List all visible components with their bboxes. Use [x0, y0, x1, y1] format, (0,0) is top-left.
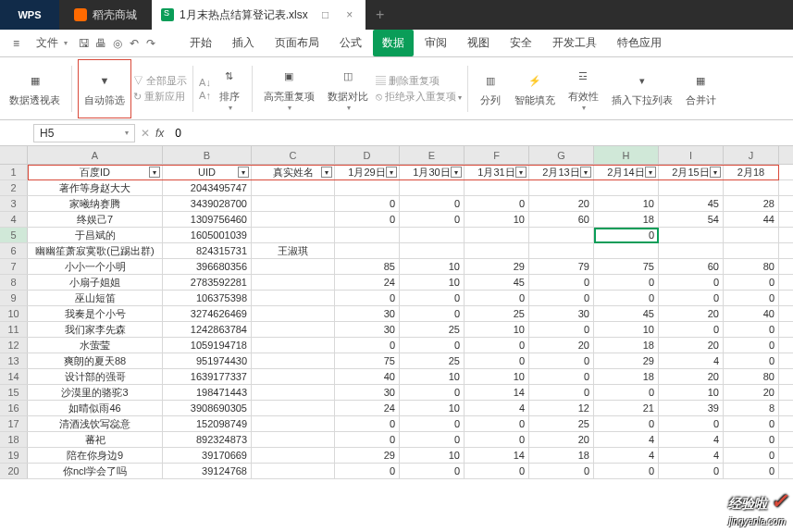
cell[interactable]: 21 [594, 401, 659, 415]
cell[interactable] [252, 196, 335, 211]
sort-asc-icon[interactable]: A↓ [199, 77, 211, 88]
cell[interactable] [724, 228, 779, 242]
ribbon-validation[interactable]: ☲ 有效性▾ [563, 59, 604, 118]
cell[interactable] [252, 369, 335, 384]
cell[interactable] [400, 243, 465, 258]
cell[interactable]: 0 [529, 275, 594, 290]
cell[interactable]: 0 [529, 464, 594, 478]
cell[interactable]: 8 [724, 401, 779, 415]
cell[interactable] [252, 180, 335, 195]
cell[interactable]: 0 [724, 464, 779, 478]
select-all-corner[interactable] [0, 146, 28, 164]
cell[interactable]: 75 [594, 259, 659, 274]
file-menu[interactable]: 文件▾ [29, 31, 75, 55]
cell[interactable]: 0 [594, 275, 659, 290]
col-header-J[interactable]: J [724, 146, 779, 164]
cell[interactable]: 0 [465, 338, 529, 353]
cell[interactable] [594, 243, 659, 258]
cell[interactable]: 54 [659, 212, 724, 227]
tab-security[interactable]: 安全 [501, 30, 541, 56]
row-header[interactable]: 11 [0, 322, 28, 337]
cell[interactable]: 14 [465, 385, 529, 400]
col-header-I[interactable]: I [659, 146, 724, 164]
cell[interactable] [659, 180, 724, 195]
row-header[interactable]: 9 [0, 291, 28, 305]
cell[interactable]: 终娱己7 [28, 212, 163, 227]
sort-desc-icon[interactable]: A↑ [199, 90, 211, 101]
ribbon-reject-dup[interactable]: ⦸ 拒绝录入重复项▾ [376, 90, 462, 104]
ribbon-pivot[interactable]: ▦ 数据透视表 [4, 59, 66, 118]
cell[interactable] [465, 228, 529, 242]
filter-button[interactable]: ▾ [710, 167, 721, 178]
qat-save-icon[interactable]: 🖫 [77, 36, 92, 51]
cell[interactable]: 28 [724, 196, 779, 211]
cell[interactable]: 4 [465, 401, 529, 415]
cell[interactable]: 40 [724, 306, 779, 321]
cell[interactable]: 3274626469 [163, 306, 252, 321]
cell[interactable] [659, 228, 724, 242]
cell[interactable] [252, 464, 335, 478]
row-header[interactable]: 15 [0, 385, 28, 400]
cell[interactable]: 1242863784 [163, 322, 252, 337]
cell[interactable]: 3439028700 [163, 196, 252, 211]
cell[interactable] [252, 212, 335, 227]
row-header[interactable]: 2 [0, 180, 28, 195]
cell[interactable]: 0 [594, 416, 659, 431]
menu-hamburger[interactable]: ≡ [6, 33, 27, 54]
tab-pagelayout[interactable]: 页面布局 [266, 30, 328, 56]
ribbon-sort[interactable]: ⇅ 排序▾ [213, 59, 246, 118]
tab-developer[interactable]: 开发工具 [543, 30, 606, 56]
cell[interactable]: 0 [400, 306, 465, 321]
cell[interactable] [335, 180, 400, 195]
cell[interactable]: 0 [659, 275, 724, 290]
cell[interactable]: 沙漠里的骆驼3 [28, 385, 163, 400]
row-header[interactable]: 7 [0, 259, 28, 274]
cell[interactable]: 0 [594, 228, 659, 242]
row-header[interactable]: 4 [0, 212, 28, 227]
cell[interactable]: 60 [529, 212, 594, 227]
cell[interactable] [724, 243, 779, 258]
filter-header-C[interactable]: 真实姓名▾ [252, 165, 335, 179]
cell[interactable]: 0 [659, 464, 724, 478]
cell[interactable]: 2043495747 [163, 180, 252, 195]
cell[interactable] [529, 243, 594, 258]
filter-button[interactable]: ▾ [149, 167, 160, 178]
cell[interactable]: 巫山短笛 [28, 291, 163, 305]
cell[interactable]: 0 [724, 275, 779, 290]
row-header[interactable]: 6 [0, 243, 28, 258]
cell[interactable]: 39124768 [163, 464, 252, 478]
cell[interactable]: 80 [724, 369, 779, 384]
cell[interactable]: 幽幽笙萧寂寞歌(已踢出群) [28, 243, 163, 258]
cell[interactable]: 12 [529, 401, 594, 415]
ribbon-smartfill[interactable]: ⚡ 智能填充 [509, 59, 561, 118]
cell[interactable]: 20 [724, 385, 779, 400]
tab-view[interactable]: 视图 [458, 30, 499, 56]
cell[interactable]: 4 [594, 448, 659, 463]
cell[interactable]: 0 [529, 385, 594, 400]
cell[interactable]: 396680356 [163, 259, 252, 274]
cell[interactable]: 75 [335, 353, 400, 368]
app-tab-docer[interactable]: 稻壳商城 [59, 0, 152, 30]
cell[interactable]: 爽朗的夏天88 [28, 353, 163, 368]
tab-featured[interactable]: 特色应用 [608, 30, 671, 56]
cell[interactable]: 45 [465, 275, 529, 290]
cell[interactable]: 18 [594, 212, 659, 227]
cell[interactable]: 1605001039 [163, 228, 252, 242]
fx-cancel-icon[interactable]: ✕ [141, 127, 150, 140]
row-header[interactable]: 5 [0, 228, 28, 242]
filter-header-A[interactable]: 百度ID▾ [28, 165, 163, 179]
cell[interactable]: 10 [659, 385, 724, 400]
cell[interactable]: 1059194718 [163, 338, 252, 353]
filter-header-E[interactable]: 1月30日▾ [400, 165, 465, 179]
cell[interactable]: 152098749 [163, 416, 252, 431]
cell[interactable] [529, 180, 594, 195]
cell[interactable]: 1309756460 [163, 212, 252, 227]
cell[interactable]: 0 [465, 353, 529, 368]
cell[interactable]: 0 [335, 338, 400, 353]
cell[interactable]: 45 [659, 196, 724, 211]
cell[interactable] [724, 180, 779, 195]
cell[interactable]: 2783592281 [163, 275, 252, 290]
cell[interactable]: 设计部的强哥 [28, 369, 163, 384]
cell[interactable]: 我们家李先森 [28, 322, 163, 337]
cell[interactable] [252, 228, 335, 242]
